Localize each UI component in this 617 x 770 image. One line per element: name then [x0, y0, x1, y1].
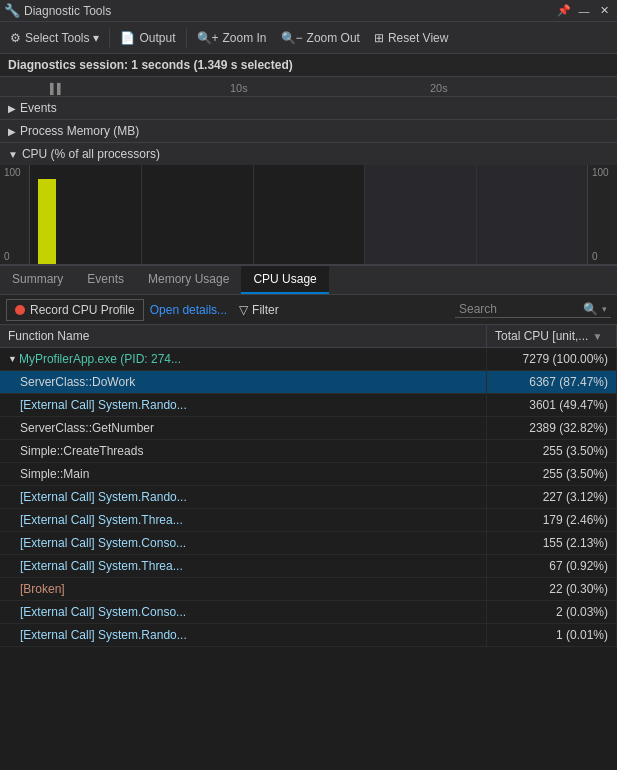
cpu-y-min: 0 [4, 251, 25, 262]
table-row[interactable]: [External Call] System.Threa... 67 (0.92… [0, 555, 617, 578]
cpu-label: CPU (% of all processors) [22, 147, 160, 161]
fn-name-9: [External Call] System.Threa... [20, 559, 183, 573]
record-cpu-profile-label: Record CPU Profile [30, 303, 135, 317]
fn-name-3: ServerClass::GetNumber [20, 421, 154, 435]
table-container: Function Name Total CPU [unit,... ▼ ▼ My… [0, 325, 617, 647]
dropdown-arrow-icon: ▾ [93, 31, 99, 45]
cpu-value-6: 227 (3.12%) [543, 490, 608, 504]
table-row[interactable]: [External Call] System.Rando... 1 (0.01%… [0, 624, 617, 647]
fn-name-1: ServerClass::DoWork [20, 375, 135, 389]
zoom-in-button[interactable]: 🔍+ Zoom In [191, 25, 273, 51]
th-fn-label: Function Name [8, 329, 89, 343]
search-input[interactable] [459, 302, 579, 316]
td-cpu-10: 22 (0.30%) [487, 578, 617, 600]
reset-view-label: Reset View [388, 31, 448, 45]
td-cpu-5: 255 (3.50%) [487, 463, 617, 485]
tab-cpu-usage[interactable]: CPU Usage [241, 266, 328, 294]
td-fn-11: [External Call] System.Conso... [0, 601, 487, 623]
reset-view-button[interactable]: ⊞ Reset View [368, 25, 454, 51]
td-fn-0: ▼ MyProfilerApp.exe (PID: 274... [0, 348, 487, 370]
table-row[interactable]: [Broken] 22 (0.30%) [0, 578, 617, 601]
table-row[interactable]: Simple::Main 255 (3.50%) [0, 463, 617, 486]
zoom-out-label: Zoom Out [307, 31, 360, 45]
td-fn-7: [External Call] System.Threa... [0, 509, 487, 531]
cpu-value-7: 179 (2.46%) [543, 513, 608, 527]
cpu-value-1: 6367 (87.47%) [529, 375, 608, 389]
select-tools-label: Select Tools [25, 31, 89, 45]
fn-name-4: Simple::CreateThreads [20, 444, 143, 458]
td-fn-3: ServerClass::GetNumber [0, 417, 487, 439]
zoom-in-icon: 🔍+ [197, 31, 219, 45]
cpu-y-max-right: 100 [592, 167, 613, 178]
table-row[interactable]: Simple::CreateThreads 255 (3.50%) [0, 440, 617, 463]
tab-summary[interactable]: Summary [0, 266, 75, 294]
th-cpu-label: Total CPU [unit,... [495, 329, 588, 343]
process-memory-expand-arrow: ▶ [8, 126, 16, 137]
tab-memory-usage[interactable]: Memory Usage [136, 266, 241, 294]
fn-name-8: [External Call] System.Conso... [20, 536, 186, 550]
td-cpu-3: 2389 (32.82%) [487, 417, 617, 439]
record-cpu-profile-button[interactable]: Record CPU Profile [6, 299, 144, 321]
grid-line-2 [253, 165, 254, 264]
cpu-value-4: 255 (3.50%) [543, 444, 608, 458]
cpu-value-10: 22 (0.30%) [549, 582, 608, 596]
events-header[interactable]: ▶ Events [0, 97, 617, 119]
close-button[interactable]: ✕ [595, 2, 613, 20]
th-function-name: Function Name [0, 325, 487, 347]
cpu-value-0: 7279 (100.00%) [523, 352, 608, 366]
search-icon[interactable]: 🔍 [583, 302, 598, 316]
filter-icon: ▽ [239, 303, 248, 317]
tree-expand-icon-0: ▼ [8, 354, 17, 364]
zoom-in-label: Zoom In [223, 31, 267, 45]
cpu-chart-canvas [30, 165, 587, 264]
zoom-out-button[interactable]: 🔍− Zoom Out [275, 25, 366, 51]
toolbar: ⚙ Select Tools ▾ 📄 Output 🔍+ Zoom In 🔍− … [0, 22, 617, 54]
td-fn-5: Simple::Main [0, 463, 487, 485]
table-row[interactable]: [External Call] System.Conso... 155 (2.1… [0, 532, 617, 555]
events-expand-arrow: ▶ [8, 103, 16, 114]
table-row[interactable]: [External Call] System.Conso... 2 (0.03%… [0, 601, 617, 624]
timeline-marker-20s: 20s [430, 82, 448, 94]
diagnostic-tools-icon: 🔧 [4, 3, 20, 18]
td-fn-12: [External Call] System.Rando... [0, 624, 487, 646]
minimize-button[interactable]: — [575, 2, 593, 20]
select-tools-button[interactable]: ⚙ Select Tools ▾ [4, 25, 105, 51]
search-dropdown-icon[interactable]: ▾ [602, 304, 607, 314]
filter-label: Filter [252, 303, 279, 317]
tab-events[interactable]: Events [75, 266, 136, 294]
fn-name-12: [External Call] System.Rando... [20, 628, 187, 642]
session-info-text: Diagnostics session: 1 seconds (1.349 s … [8, 58, 293, 72]
timeline-marker-10s: 10s [230, 82, 248, 94]
td-fn-8: [External Call] System.Conso... [0, 532, 487, 554]
cpu-y-min-right: 0 [592, 251, 613, 262]
record-dot-icon [15, 305, 25, 315]
cpu-value-9: 67 (0.92%) [549, 559, 608, 573]
output-button[interactable]: 📄 Output [114, 25, 181, 51]
filter-button[interactable]: ▽ Filter [233, 301, 285, 319]
pin-button[interactable]: 📌 [555, 2, 573, 20]
fn-name-2: [External Call] System.Rando... [20, 398, 187, 412]
cpu-expand-arrow: ▼ [8, 149, 18, 160]
td-fn-2: [External Call] System.Rando... [0, 394, 487, 416]
table-row[interactable]: [External Call] System.Rando... 227 (3.1… [0, 486, 617, 509]
cpu-y-axis-right: 100 0 [587, 165, 617, 264]
table-row[interactable]: [External Call] System.Threa... 179 (2.4… [0, 509, 617, 532]
cpu-header[interactable]: ▼ CPU (% of all processors) [0, 143, 617, 165]
th-total-cpu[interactable]: Total CPU [unit,... ▼ [487, 325, 617, 347]
title-bar-title: Diagnostic Tools [24, 4, 111, 18]
cpu-y-max: 100 [4, 167, 25, 178]
open-details-link[interactable]: Open details... [150, 303, 227, 317]
title-bar: 🔧 Diagnostic Tools 📌 — ✕ [0, 0, 617, 22]
timeline-ruler: ▌▌ 10s 20s [0, 77, 617, 97]
fn-name-6: [External Call] System.Rando... [20, 490, 187, 504]
table-row[interactable]: ServerClass::GetNumber 2389 (32.82%) [0, 417, 617, 440]
table-row[interactable]: [External Call] System.Rando... 3601 (49… [0, 394, 617, 417]
cpu-section: ▼ CPU (% of all processors) 100 0 [0, 143, 617, 265]
table-row[interactable]: ServerClass::DoWork 6367 (87.47%) [0, 371, 617, 394]
chart-overlay [364, 165, 587, 264]
toolbar-separator-1 [109, 28, 110, 48]
table-row[interactable]: ▼ MyProfilerApp.exe (PID: 274... 7279 (1… [0, 348, 617, 371]
td-cpu-2: 3601 (49.47%) [487, 394, 617, 416]
process-memory-header[interactable]: ▶ Process Memory (MB) [0, 120, 617, 142]
cpu-value-12: 1 (0.01%) [556, 628, 608, 642]
